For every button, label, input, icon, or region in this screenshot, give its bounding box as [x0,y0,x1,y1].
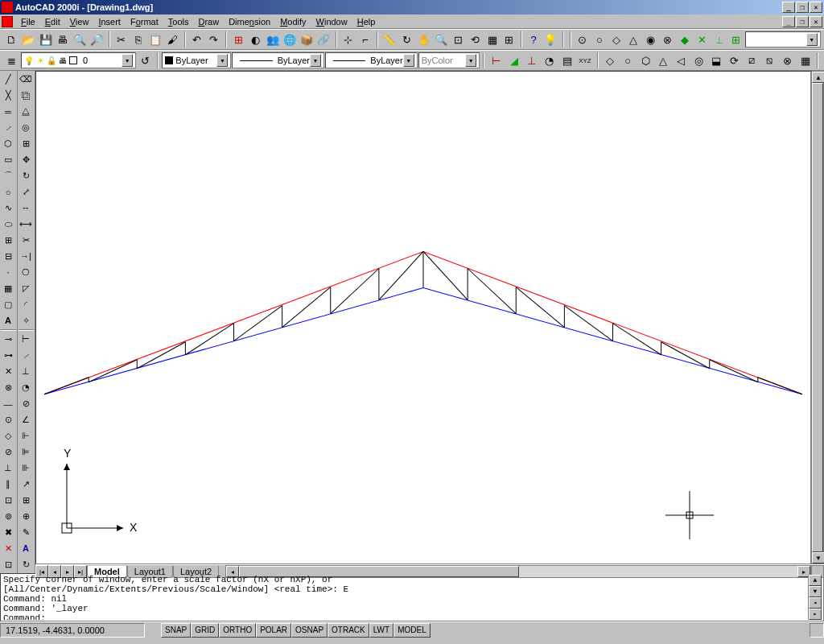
doc-close-button[interactable]: ✕ [810,16,822,27]
lengthen-tool[interactable]: ⟷ [18,216,34,232]
snap-par-tool[interactable]: ∥ [0,476,16,492]
plotstyle-dropdown[interactable]: ByColor ▼ [418,52,480,68]
snap-ext-tool[interactable]: — [0,396,16,412]
active-assist-button[interactable]: 💡 [542,31,558,48]
explode-tool[interactable]: ✧ [18,312,34,328]
dim-radius-tool[interactable]: ◔ [18,380,34,396]
toolbar-grip[interactable] [570,31,571,47]
grid-toggle[interactable]: GRID [191,623,219,638]
snap-cen-tool[interactable]: ⊙ [0,412,16,428]
move-tool[interactable]: ✥ [18,152,34,168]
insert-hyperlink-button[interactable]: 🔗 [315,31,332,48]
break-tool[interactable]: ⎔ [18,264,34,280]
dim-continue-tool[interactable]: ⊪ [18,460,34,477]
point-tool[interactable]: · [0,264,16,280]
otrack-toggle[interactable]: OTRACK [328,623,369,638]
osnap-from-button[interactable]: ○ [591,31,608,48]
polar-toggle[interactable]: POLAR [256,623,291,638]
menu-dimension[interactable]: Dimension [224,16,275,27]
dim-tedit-tool[interactable]: A [18,540,34,556]
osnap-int-button[interactable]: ✕ [694,31,710,48]
arc-tool[interactable]: ⌒ [0,168,16,184]
osnap-toggle[interactable]: OSNAP [291,623,328,638]
dropdown-arrow-icon[interactable]: ▼ [216,54,228,67]
linetype-dropdown[interactable]: ByLayer ▼ [232,52,324,68]
dim-quick-tool[interactable]: ⊩ [18,428,34,444]
menu-modify[interactable]: Modify [275,16,311,27]
dropdown-arrow-icon[interactable]: ▼ [806,33,818,46]
pline-tool[interactable]: ⟋ [0,120,16,136]
region-tool[interactable]: ▢ [0,296,16,312]
layer-previous-button[interactable]: ↺ [137,52,154,69]
dim-style-button[interactable]: ▤ [558,52,575,69]
snap-ins-tool[interactable]: ⊡ [0,492,16,508]
solid-sphere-button[interactable]: ○ [620,52,637,69]
scroll-up-button[interactable]: ▲ [812,72,824,83]
dim-center-tool[interactable]: ⊕ [18,508,34,524]
dim-edit-tool[interactable]: ✎ [18,524,34,540]
array-tool[interactable]: ⊞ [18,136,34,152]
circle-tool[interactable]: ○ [0,184,16,200]
doc-restore-button[interactable]: ❐ [796,16,809,27]
snap-node-tool[interactable]: ⊚ [0,508,16,524]
dropdown-arrow-icon[interactable]: ▼ [465,54,476,67]
open-button[interactable]: 📂 [20,31,36,48]
menu-window[interactable]: Window [311,16,352,27]
document-icon[interactable] [2,16,13,27]
trim-tool[interactable]: ✂ [18,232,34,248]
minimize-button[interactable]: _ [782,2,795,13]
revolve-button[interactable]: ⟳ [726,52,743,69]
menu-format[interactable]: Format [126,16,163,27]
zoom-window-button[interactable]: ⊡ [450,31,466,48]
snap-int-tool[interactable]: ✕ [0,364,16,380]
toolbar-grip[interactable] [483,52,484,68]
menu-draw[interactable]: Draw [193,16,224,27]
menu-insert[interactable]: Insert [93,16,126,27]
dim-tolerance-tool[interactable]: ⊞ [18,492,34,508]
dropdown-arrow-icon[interactable]: ▼ [403,54,414,67]
scroll-left-button[interactable]: ◂ [809,597,822,609]
dim-diameter-tool[interactable]: ⊘ [18,396,34,412]
rotate-tool[interactable]: ↻ [18,168,34,184]
dim-edit-button[interactable]: XYZ [576,52,593,69]
osnap-mid-button[interactable]: △ [625,31,641,48]
dim-linear-button[interactable]: ⊢ [488,52,505,69]
osnap-ins-button[interactable]: ⊞ [728,31,744,48]
dim-aligned-button[interactable]: ◢ [505,52,522,69]
zoom-previous-button[interactable]: ⟲ [467,31,483,48]
osnap-quad-button[interactable]: ◆ [677,31,693,48]
undo-button[interactable]: ↶ [189,31,205,48]
fillet-tool[interactable]: ◜ [18,296,34,312]
new-button[interactable]: 🗋 [3,31,19,48]
color-dropdown[interactable]: ByLayer ▼ [162,52,231,68]
command-window[interactable]: Specify corner of window, enter a scale … [0,573,824,621]
snap-toggle[interactable]: SNAP [161,623,191,638]
mline-tool[interactable]: ═ [0,104,16,120]
menu-edit[interactable]: Edit [40,16,65,27]
dim-update-tool[interactable]: ↻ [18,556,34,572]
insert-block-tool[interactable]: ⊞ [0,232,16,248]
make-block-tool[interactable]: ⊟ [0,248,16,264]
redraw-button[interactable]: ↻ [398,31,414,48]
doc-minimize-button[interactable]: _ [782,16,795,27]
solid-cone-button[interactable]: △ [655,52,672,69]
match-props-button[interactable]: 🖌 [164,31,180,48]
snap-perp-tool[interactable]: ⊥ [0,460,16,477]
scroll-right-button[interactable]: ▸ [809,609,822,620]
rectangle-tool[interactable]: ▭ [0,152,16,168]
dbconnect-button[interactable]: ⊞ [501,31,517,48]
find-button[interactable]: 🔎 [89,31,105,48]
menu-view[interactable]: View [65,16,94,27]
dist-button[interactable]: 📏 [381,31,398,48]
dim-aligned-tool[interactable]: ⟋ [18,348,34,364]
osnap-temp-button[interactable]: ⊙ [575,31,591,48]
command-scrollbar[interactable]: ▲ ▼ ◂ ▸ [808,575,821,620]
copy-button[interactable]: ⎘ [130,31,146,48]
hatch-tool[interactable]: ▦ [0,280,16,296]
polygon-tool[interactable]: ⬡ [0,136,16,152]
print-preview-button[interactable]: 🔍 [72,31,88,48]
maximize-button[interactable]: ❐ [796,2,809,13]
scale-tool[interactable]: ⤢ [18,184,34,200]
erase-tool[interactable]: ⌫ [18,72,34,88]
interfere-button[interactable]: ⊗ [779,52,796,69]
